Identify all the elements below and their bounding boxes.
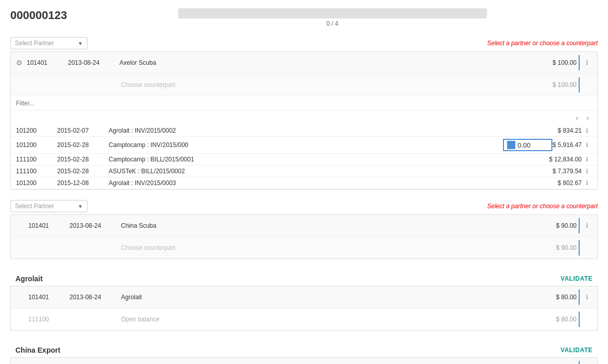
s2-counterpart-amount: $ 90.00: [556, 244, 577, 251]
filter-section: [11, 96, 597, 111]
main-container: 000000123 0 / 4 Select Partner ▼ Select …: [0, 0, 608, 364]
mr1-account: 101200: [16, 141, 57, 149]
s3-date: 2013-08-24: [70, 294, 121, 301]
s3-ob-account: 111100: [28, 316, 70, 323]
section3-partner-name: Agrolait: [15, 275, 43, 283]
mr2-date: 2015-02-28: [57, 156, 109, 163]
match-row-2: 111100 2015-02-28 Camptocamp : BILL/2015…: [11, 154, 597, 166]
section4-validate-btn[interactable]: VALIDATE: [561, 347, 593, 354]
s3-account: 101401: [28, 294, 70, 301]
mr0-label: Agrolait : INV/2015/0002: [109, 127, 558, 134]
section4-partner-name: China Export: [15, 346, 60, 354]
section3-header: Agrolait VALIDATE: [10, 269, 598, 286]
select-partner-dropdown-2[interactable]: Select Partner ▼: [10, 200, 88, 212]
matching-rows: 101200 2015-02-07 Agrolait : INV/2015/00…: [11, 125, 597, 189]
match-row-4: 101200 2015-12-08 Agrolait : INV/2015/00…: [11, 177, 597, 189]
filter-nav: ‹ ›: [11, 111, 597, 125]
s3-ob-divider: [579, 312, 580, 327]
section3-validate-btn[interactable]: VALIDATE: [561, 275, 593, 282]
s1-divider: [579, 55, 580, 70]
s3-ob-label: Open balance: [121, 316, 556, 323]
s3-label: Agrolait: [121, 294, 556, 301]
mr2-debit: $ 12,834.00: [549, 156, 582, 163]
s1-counterpart-amount: $ 100.00: [552, 81, 577, 88]
mr3-info[interactable]: ℹ: [582, 168, 592, 175]
partner-hint-1: Select a partner or choose a counterpart: [487, 40, 598, 47]
gear-icon-1[interactable]: ⚙: [16, 59, 23, 67]
mr1-date: 2015-02-28: [57, 141, 109, 149]
mr3-debit: $ 7,379.54: [552, 168, 582, 175]
s2-date: 2013-08-24: [70, 222, 121, 229]
s1-account: 101401: [27, 59, 68, 66]
s3-ob-amount: $ 80.00: [556, 316, 577, 323]
section1-block: ⚙ 101401 2013-08-24 Axelor Scuba $ 100.0…: [10, 51, 598, 190]
mr0-date: 2015-02-07: [57, 127, 109, 134]
section3-block: 101401 2013-08-24 Agrolait $ 80.00 ℹ 111…: [10, 286, 598, 331]
mr1-credit: $ 5,916.47: [552, 141, 582, 149]
progress-label: 0 / 4: [178, 19, 487, 29]
mr1-label: Camptocamp : INV/2015/000: [109, 141, 499, 149]
mr3-label: ASUSTeK : BILL/2015/0002: [109, 168, 552, 175]
mr2-label: Camptocamp : BILL/2015/0001: [109, 156, 549, 163]
section3-entry-row: 101401 2013-08-24 Agrolait $ 80.00 ℹ: [11, 286, 597, 308]
select-partner-dropdown-1[interactable]: Select Partner ▼: [10, 37, 88, 49]
s1-info-icon[interactable]: ℹ: [582, 59, 592, 66]
s1-date: 2013-08-24: [68, 59, 119, 66]
section1-entry-row: ⚙ 101401 2013-08-24 Axelor Scuba $ 100.0…: [11, 52, 597, 74]
mr0-credit: $ 834.21: [558, 127, 582, 134]
s2-amount: $ 90.00: [556, 222, 577, 229]
inline-checkbox[interactable]: [507, 141, 515, 149]
section1-counterpart-row: Choose counterpart $ 100.00: [11, 74, 597, 96]
partner-hint-2: Select a partner or choose a counterpart: [487, 203, 598, 210]
s1-amount: $ 100.00: [552, 59, 577, 66]
progress-bar: 0 / 4: [178, 8, 487, 19]
mr3-account: 111100: [16, 168, 57, 175]
s3-divider: [579, 289, 580, 305]
mr4-account: 101200: [16, 179, 57, 187]
s3-amount: $ 80.00: [556, 294, 577, 301]
mr3-date: 2015-02-28: [57, 168, 109, 175]
match-row-1: 101200 2015-02-28 Camptocamp : INV/2015/…: [11, 137, 597, 154]
mr2-info[interactable]: ℹ: [582, 156, 592, 163]
mr4-label: Agrolait : INV/2015/0003: [109, 179, 558, 187]
mr4-credit: $ 802.67: [558, 179, 582, 187]
s3-info-icon[interactable]: ℹ: [582, 294, 592, 301]
section2-block: 101401 2013-08-24 China Scuba $ 90.00 ℹ …: [10, 214, 598, 259]
section4-header: China Export VALIDATE: [10, 341, 598, 357]
select-partner-label-1: Select Partner: [15, 40, 54, 47]
section2-entry-row: 101401 2013-08-24 China Scuba $ 90.00 ℹ: [11, 215, 597, 237]
select-partner-label-2: Select Partner: [15, 203, 54, 210]
s1-counterpart-label[interactable]: Choose counterpart: [121, 81, 552, 88]
s2-divider: [579, 218, 580, 233]
s1-label: Axelor Scuba: [119, 59, 552, 66]
inline-amount-input[interactable]: [517, 141, 548, 149]
dropdown-arrow-1: ▼: [78, 41, 83, 46]
s2-info-icon[interactable]: ℹ: [582, 222, 592, 229]
nav-next-arrow[interactable]: ›: [583, 113, 592, 123]
mr4-info[interactable]: ℹ: [582, 179, 592, 187]
match-row-0: 101200 2015-02-07 Agrolait : INV/2015/00…: [11, 125, 597, 137]
page-title: 000000123: [10, 9, 67, 22]
section4-block: 101401 2013-08-24 China Export $ 90.00 ℹ…: [10, 357, 598, 364]
section4-entry-row: 101401 2013-08-24 China Export $ 90.00 ℹ: [11, 358, 597, 364]
filter-input[interactable]: [16, 100, 119, 107]
dropdown-arrow-2: ▼: [78, 204, 83, 209]
inline-input-wrapper: [503, 139, 552, 151]
s1-cp-divider: [579, 77, 580, 93]
s2-cp-divider: [579, 240, 580, 256]
match-row-3: 111100 2015-02-28 ASUSTeK : BILL/2015/00…: [11, 166, 597, 177]
mr4-date: 2015-12-08: [57, 179, 109, 187]
section2-counterpart-row: Choose counterpart $ 90.00: [11, 237, 597, 259]
mr2-account: 111100: [16, 156, 57, 163]
s4-divider: [579, 361, 580, 364]
s2-label: China Scuba: [121, 222, 556, 229]
s2-account: 101401: [28, 222, 70, 229]
mr1-info[interactable]: ℹ: [582, 141, 592, 149]
mr0-info[interactable]: ℹ: [582, 127, 592, 134]
section3-openbalance-row: 111100 Open balance $ 80.00: [11, 308, 597, 330]
mr0-account: 101200: [16, 127, 57, 134]
s2-counterpart-label[interactable]: Choose counterpart: [121, 244, 556, 251]
nav-prev-arrow[interactable]: ‹: [573, 113, 582, 123]
